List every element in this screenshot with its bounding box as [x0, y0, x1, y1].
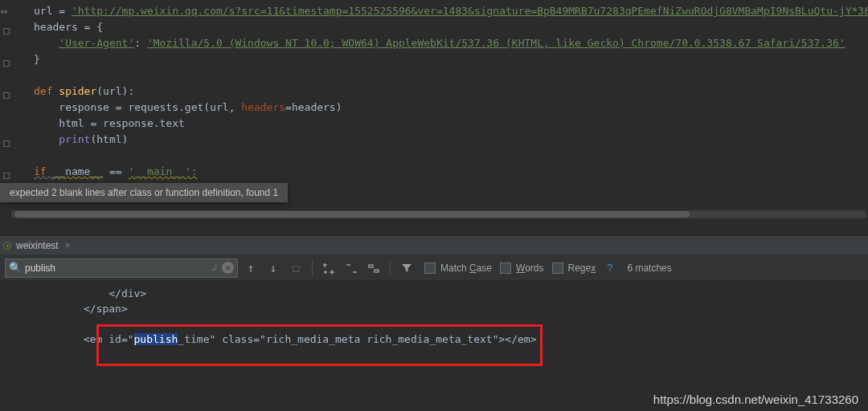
select-all-occurrences-button[interactable] [364, 258, 383, 278]
scrollbar-thumb[interactable] [14, 211, 690, 218]
match-count: 6 matches [627, 262, 671, 274]
python-run-icon [3, 242, 11, 250]
code-editor[interactable]: ▪▪url = 'http://mp.weixin.qq.com/s?src=1… [0, 0, 868, 183]
builtin: print [59, 133, 90, 145]
horizontal-scrollbar[interactable] [11, 210, 866, 218]
find-toolbar: 🔍 ↲ ✕ ↑ ↓ ◻ Match Case Words Regex ? 6 m… [0, 255, 868, 281]
console-line: </div> [8, 286, 868, 301]
annotation-box [96, 324, 542, 366]
enter-hint-icon: ↲ [211, 262, 217, 274]
help-icon[interactable]: ? [607, 262, 612, 274]
dict-key: 'User-Agent' [59, 37, 134, 49]
prev-match-button[interactable]: ↑ [241, 258, 260, 278]
string-main: '__main__': [128, 165, 197, 177]
console-line: </span> [8, 301, 868, 316]
fold-icon[interactable] [3, 60, 10, 67]
function-name: spider [59, 85, 96, 97]
filter-button[interactable] [397, 258, 416, 278]
match-case-checkbox[interactable]: Match Case [424, 262, 492, 274]
code-text: html = response.text [34, 117, 185, 129]
dunder-name: __name__ [52, 165, 103, 177]
remove-selection-button[interactable] [342, 258, 361, 278]
clear-icon[interactable]: ✕ [222, 262, 234, 274]
fold-icon[interactable] [3, 140, 10, 147]
run-tab-label[interactable]: weixintest [16, 240, 59, 251]
console-output[interactable]: </div> </span> <em id="publish_time" cla… [0, 281, 868, 398]
fold-icon[interactable] [3, 28, 10, 35]
add-selection-button[interactable] [319, 258, 338, 278]
run-tool-window: weixintest × 🔍 ↲ ✕ ↑ ↓ ◻ Match Case Word… [0, 236, 868, 398]
svg-rect-1 [375, 270, 379, 272]
select-all-button[interactable]: ◻ [286, 258, 305, 278]
fold-icon[interactable] [3, 173, 10, 179]
dict-value: 'Mozilla/5.0 (Windows NT 10.0; WOW64) Ap… [147, 37, 845, 49]
svg-rect-0 [369, 265, 373, 267]
kwarg: headers [241, 101, 285, 113]
keyword: if [34, 165, 52, 177]
search-icon: 🔍 [9, 262, 22, 274]
code-text: url = [34, 5, 72, 17]
words-checkbox[interactable]: Words [500, 262, 543, 274]
lint-tooltip: expected 2 blank lines after class or fu… [0, 183, 288, 202]
code-text: } [34, 53, 40, 65]
search-input[interactable] [25, 262, 206, 274]
regex-checkbox[interactable]: Regex [552, 262, 596, 274]
url-string: 'http://mp.weixin.qq.com/s?src=11&timest… [72, 5, 868, 17]
keyword: def [34, 85, 59, 97]
close-icon[interactable]: × [65, 240, 71, 251]
watermark: https://blog.csdn.net/weixin_41733260 [653, 393, 858, 406]
code-text: headers = { [34, 21, 103, 33]
next-match-button[interactable]: ↓ [264, 258, 283, 278]
fold-icon[interactable] [3, 92, 10, 99]
search-input-wrapper[interactable]: 🔍 ↲ ✕ [5, 258, 238, 278]
run-tab-bar: weixintest × [0, 236, 868, 255]
